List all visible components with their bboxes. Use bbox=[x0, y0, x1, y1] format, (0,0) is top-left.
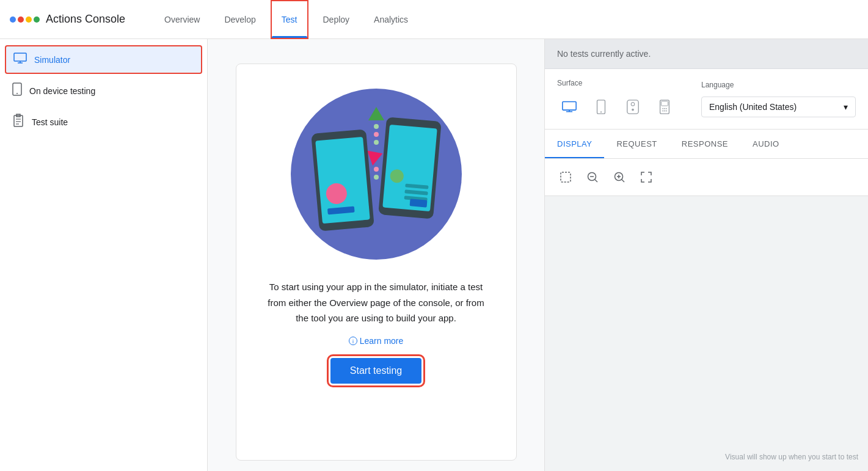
svg-point-15 bbox=[600, 111, 602, 112]
main-layout: Simulator On device testing bbox=[0, 39, 868, 471]
speaker-button[interactable] bbox=[621, 95, 645, 119]
learn-more-label: Learn more bbox=[360, 336, 404, 346]
svg-point-4 bbox=[16, 93, 18, 94]
tab-audio[interactable]: AUDIO bbox=[740, 130, 792, 158]
svg-point-18 bbox=[632, 109, 634, 111]
rect-blue bbox=[327, 206, 354, 215]
svg-rect-11 bbox=[563, 101, 576, 110]
svg-rect-20 bbox=[661, 101, 668, 106]
monitor-icon bbox=[13, 53, 27, 67]
svg-rect-0 bbox=[14, 53, 26, 61]
nav-overview[interactable]: Overview bbox=[155, 0, 210, 39]
display-canvas: Visual will show up when you start to te… bbox=[545, 196, 868, 471]
line-2 bbox=[404, 189, 428, 195]
dot-yellow bbox=[26, 16, 32, 23]
top-nav: Actions Console Overview Develop Test De… bbox=[0, 0, 868, 39]
info-icon: i bbox=[349, 337, 357, 345]
surface-section: Surface bbox=[557, 79, 677, 119]
language-value: English (United States) bbox=[709, 102, 797, 112]
dot-red bbox=[18, 16, 24, 23]
lang-section: Language English (United States) ▾ bbox=[701, 81, 856, 117]
nav-develop[interactable]: Develop bbox=[214, 0, 265, 39]
svg-rect-27 bbox=[561, 172, 571, 182]
simulator-description: To start using your app in the simulator… bbox=[266, 279, 486, 326]
sidebar-test-suite-label: Test suite bbox=[32, 117, 68, 127]
language-label: Language bbox=[701, 81, 856, 89]
tab-toolbar bbox=[545, 159, 868, 196]
circle-pink bbox=[325, 183, 348, 205]
surface-lang-bar: Surface bbox=[545, 69, 868, 130]
visual-hint: Visual will show up when you start to te… bbox=[725, 453, 858, 461]
svg-line-34 bbox=[622, 180, 624, 182]
sidebar-simulator-label: Simulator bbox=[34, 55, 70, 65]
content-area: To start using your app in the simulator… bbox=[208, 39, 868, 471]
svg-line-30 bbox=[595, 180, 597, 182]
learn-more-link[interactable]: i Learn more bbox=[349, 336, 404, 346]
sidebar-item-test-suite[interactable]: Test suite bbox=[0, 106, 207, 137]
phone-right-screen bbox=[382, 125, 437, 211]
sidebar: Simulator On device testing bbox=[0, 39, 208, 471]
simulator-panel: To start using your app in the simulator… bbox=[208, 39, 544, 471]
fullscreen-button[interactable] bbox=[635, 166, 657, 188]
sidebar-item-simulator[interactable]: Simulator bbox=[5, 45, 202, 74]
phone-left bbox=[311, 129, 374, 231]
svg-point-26 bbox=[666, 111, 667, 112]
nav-items: Overview Develop Test Deploy Analytics bbox=[155, 0, 418, 39]
svg-point-17 bbox=[631, 103, 635, 106]
circle-green bbox=[389, 169, 404, 183]
surface-label: Surface bbox=[557, 79, 677, 87]
phone-left-screen bbox=[315, 137, 370, 224]
nav-deploy[interactable]: Deploy bbox=[313, 0, 360, 39]
feature-phone-button[interactable] bbox=[652, 95, 677, 119]
tab-display[interactable]: DISPLAY bbox=[545, 130, 604, 158]
surface-icons bbox=[557, 95, 677, 119]
tab-response[interactable]: RESPONSE bbox=[669, 130, 740, 158]
phone-right bbox=[378, 117, 442, 219]
rect-blue2 bbox=[409, 199, 427, 207]
google-logo bbox=[10, 16, 40, 23]
mobile-phone-button[interactable] bbox=[589, 95, 613, 119]
zoom-out-button[interactable] bbox=[582, 166, 604, 188]
phones-container bbox=[315, 119, 437, 229]
svg-point-24 bbox=[662, 111, 663, 112]
svg-point-22 bbox=[664, 108, 665, 109]
tab-request[interactable]: REQUEST bbox=[604, 130, 669, 158]
smart-display-button[interactable] bbox=[557, 95, 582, 119]
language-select[interactable]: English (United States) ▾ bbox=[701, 97, 856, 117]
sidebar-on-device-label: On device testing bbox=[29, 86, 95, 96]
phone-icon bbox=[12, 82, 22, 99]
simulator-inner: To start using your app in the simulator… bbox=[236, 64, 517, 461]
app-name: Actions Console bbox=[46, 13, 125, 26]
sidebar-item-on-device[interactable]: On device testing bbox=[0, 75, 207, 106]
dot-green bbox=[34, 16, 40, 23]
no-tests-bar: No tests currently active. bbox=[545, 39, 868, 69]
logo-area: Actions Console bbox=[10, 13, 125, 26]
svg-point-23 bbox=[666, 108, 667, 109]
chevron-down-icon: ▾ bbox=[844, 102, 848, 112]
display-tabs: DISPLAY REQUEST RESPONSE AUDIO bbox=[545, 130, 868, 159]
zoom-in-button[interactable] bbox=[608, 166, 630, 188]
selection-tool-button[interactable] bbox=[555, 166, 577, 188]
line-1 bbox=[405, 183, 428, 189]
triangle-up-icon bbox=[368, 107, 384, 120]
nav-analytics[interactable]: Analytics bbox=[364, 0, 418, 39]
right-panel: No tests currently active. Surface bbox=[544, 39, 868, 471]
clipboard-icon bbox=[12, 114, 24, 130]
start-testing-button[interactable]: Start testing bbox=[330, 358, 421, 384]
illustration bbox=[291, 89, 462, 260]
svg-text:i: i bbox=[352, 338, 354, 345]
dot-blue bbox=[10, 16, 16, 23]
nav-test[interactable]: Test bbox=[271, 0, 308, 39]
svg-point-25 bbox=[664, 111, 665, 112]
no-tests-text: No tests currently active. bbox=[557, 49, 651, 59]
svg-point-21 bbox=[662, 108, 663, 109]
